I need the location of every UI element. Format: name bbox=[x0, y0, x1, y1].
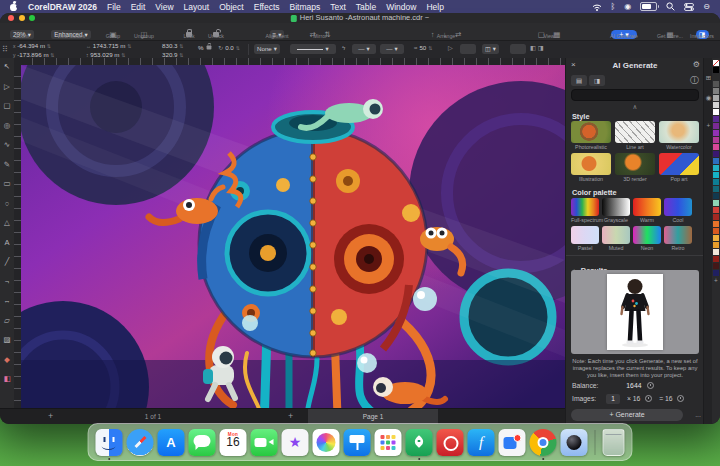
wifi-icon[interactable] bbox=[592, 3, 602, 11]
palette-thumb-retro[interactable] bbox=[664, 226, 692, 244]
split-buttons[interactable]: ◧◨ bbox=[530, 44, 544, 51]
scale-fields[interactable]: 830.3 ⇅ 320.9 ⇅ bbox=[162, 42, 183, 59]
style-thumb-photorealistic[interactable] bbox=[571, 121, 611, 143]
menu-item[interactable]: File bbox=[107, 2, 121, 12]
canvas[interactable] bbox=[21, 65, 565, 410]
dock-photo-paint-icon[interactable] bbox=[437, 429, 464, 456]
dock-font-manager-icon[interactable] bbox=[468, 429, 495, 456]
color-swatch[interactable] bbox=[713, 81, 719, 87]
color-swatch[interactable] bbox=[713, 221, 719, 227]
palette-thumb-muted[interactable] bbox=[602, 226, 630, 244]
dock-safari-icon[interactable] bbox=[127, 429, 154, 456]
color-swatch[interactable] bbox=[713, 116, 719, 122]
zoom-window-button[interactable] bbox=[29, 15, 35, 21]
palette-thumb-cool[interactable] bbox=[664, 198, 692, 216]
color-swatch[interactable] bbox=[713, 249, 719, 255]
control-center-icon[interactable] bbox=[684, 3, 694, 11]
total-info-icon[interactable] bbox=[677, 395, 684, 402]
add-page-button[interactable]: + bbox=[48, 411, 53, 422]
outline-width-dropdown[interactable]: None▾ bbox=[254, 44, 280, 54]
toolbox-tool[interactable]: ▷ bbox=[4, 83, 10, 91]
object-size-fields[interactable]: ↔ 1743.715 m ⇅ ↕ 953.029 m ⇅ bbox=[86, 42, 131, 59]
color-swatch[interactable] bbox=[713, 207, 719, 213]
toolbox-tool[interactable]: ↔ bbox=[3, 297, 11, 305]
text-to-image-mode-button[interactable]: ▤ bbox=[571, 75, 587, 86]
menu-item[interactable]: Layout bbox=[184, 2, 210, 12]
palette-thumb-full-spectrum[interactable] bbox=[571, 198, 599, 216]
dock-sphere-app-icon[interactable] bbox=[561, 429, 588, 456]
dock-messages-icon[interactable] bbox=[189, 429, 216, 456]
toolbox-tool[interactable]: ¬ bbox=[5, 278, 9, 286]
color-swatch[interactable] bbox=[713, 165, 719, 171]
color-swatch[interactable] bbox=[713, 193, 719, 199]
line-style-dropdown[interactable]: ▾ bbox=[290, 44, 336, 54]
toolbox-tool[interactable]: ✎ bbox=[4, 161, 10, 169]
add-color-icon[interactable]: + bbox=[714, 277, 718, 285]
dock-chrome-icon[interactable] bbox=[530, 429, 557, 456]
bluetooth-icon[interactable]: ᛒ bbox=[611, 3, 616, 11]
color-swatch[interactable] bbox=[713, 270, 719, 276]
toolbox-tool[interactable]: △ bbox=[4, 219, 10, 227]
color-swatch[interactable] bbox=[713, 67, 719, 73]
play-effect-icon[interactable]: ▷ bbox=[448, 44, 453, 51]
toolbox-tool[interactable]: ▨ bbox=[3, 336, 10, 344]
color-swatch[interactable] bbox=[713, 74, 719, 80]
close-button[interactable] bbox=[8, 15, 14, 21]
color-swatch[interactable] bbox=[713, 158, 719, 164]
toolbox-tool[interactable]: A bbox=[4, 239, 9, 247]
style-thumb-illustration[interactable] bbox=[571, 153, 611, 175]
color-swatch[interactable] bbox=[713, 235, 719, 241]
palette-thumb-warm[interactable] bbox=[633, 198, 661, 216]
image-to-image-mode-button[interactable]: ◨ bbox=[589, 75, 605, 86]
menu-item[interactable]: Bitmaps bbox=[290, 2, 321, 12]
no-color-swatch[interactable] bbox=[713, 60, 719, 66]
color-swatch[interactable] bbox=[713, 256, 719, 262]
apple-menu-icon[interactable] bbox=[10, 2, 18, 11]
toolbox-tool[interactable]: ╱ bbox=[5, 258, 10, 266]
color-swatch[interactable] bbox=[713, 137, 719, 143]
page-tab[interactable]: Page 1 bbox=[308, 409, 438, 424]
palette-thumb-grayscale[interactable] bbox=[602, 198, 630, 216]
images-count-stepper[interactable]: 1 bbox=[606, 394, 620, 404]
palette-thumb-pastel[interactable] bbox=[571, 226, 599, 244]
arrowhead-end-dropdown[interactable]: —▾ bbox=[380, 44, 404, 54]
menu-item[interactable]: Table bbox=[356, 2, 376, 12]
color-swatch[interactable] bbox=[713, 109, 719, 115]
dock-finder-icon[interactable] bbox=[96, 429, 123, 456]
horizontal-ruler[interactable] bbox=[21, 58, 565, 65]
battery-icon[interactable] bbox=[640, 2, 657, 11]
panel-settings-icon[interactable]: ⚙ bbox=[693, 60, 700, 70]
minimize-button[interactable] bbox=[19, 15, 25, 21]
arrowhead-start-dropdown[interactable]: —▾ bbox=[352, 44, 376, 54]
screen-record-icon[interactable]: ◉ bbox=[624, 3, 631, 11]
dock-trash-icon[interactable] bbox=[603, 429, 625, 456]
toolbox-tool[interactable]: ◎ bbox=[4, 122, 11, 130]
search-icon[interactable] bbox=[666, 2, 675, 11]
dock-facetime-icon[interactable] bbox=[251, 429, 278, 456]
menu-item[interactable]: Object bbox=[219, 2, 244, 12]
dock-imovie-icon[interactable] bbox=[282, 429, 309, 456]
color-swatch[interactable] bbox=[713, 228, 719, 234]
menu-item[interactable]: Window bbox=[386, 2, 416, 12]
color-swatch[interactable] bbox=[713, 102, 719, 108]
menu-item[interactable]: View bbox=[155, 2, 173, 12]
style-thumb-line-art[interactable] bbox=[615, 121, 655, 143]
color-swatch[interactable] bbox=[713, 186, 719, 192]
style-thumb-pop-art[interactable] bbox=[659, 153, 699, 175]
fill-type-dropdown[interactable]: ◫▾ bbox=[482, 44, 499, 54]
balance-clock-icon[interactable] bbox=[647, 382, 654, 389]
rotation-field[interactable]: ↻0.0⇅ bbox=[218, 44, 240, 51]
vertical-ruler[interactable] bbox=[14, 65, 21, 409]
focus-icon[interactable]: ⊖ bbox=[703, 3, 710, 11]
object-position-fields[interactable]: x -64.394 m ⇅ y -173.896 m ⇅ bbox=[13, 42, 54, 59]
color-swatch[interactable] bbox=[713, 88, 719, 94]
lightning-icon[interactable]: ϟ bbox=[342, 44, 345, 51]
generate-more-button[interactable]: ... bbox=[695, 409, 701, 421]
corner-smoothness[interactable]: ≈50⇅ bbox=[414, 44, 433, 51]
effect-button-1[interactable] bbox=[460, 44, 476, 54]
color-swatch[interactable] bbox=[713, 242, 719, 248]
scale-lock-toggle[interactable]: % bbox=[198, 44, 212, 51]
menu-item[interactable]: Text bbox=[330, 2, 346, 12]
dock-photos-icon[interactable] bbox=[313, 429, 340, 456]
color-swatch[interactable] bbox=[713, 144, 719, 150]
